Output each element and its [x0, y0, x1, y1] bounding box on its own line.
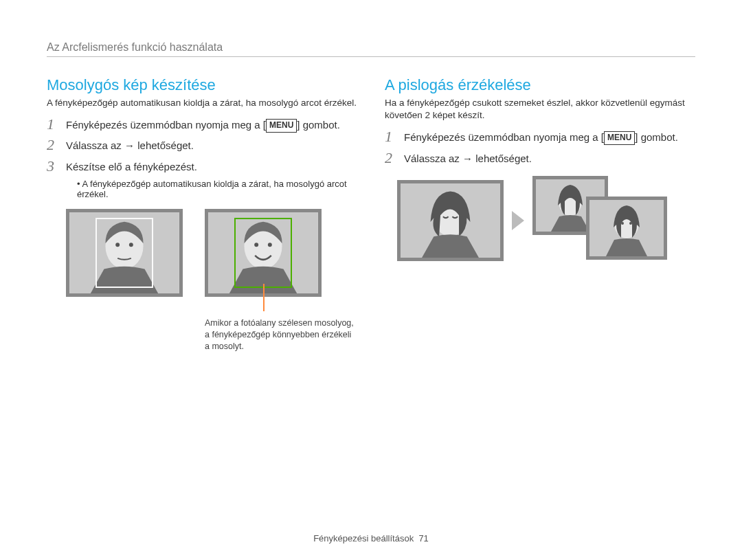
- page-footer: Fényképezési beállítások 71: [0, 533, 742, 544]
- step-text: Fényképezés üzemmódban nyomja meg a [MEN…: [404, 128, 678, 145]
- step-number: 2: [385, 150, 404, 166]
- footer-label: Fényképezési beállítások: [313, 533, 414, 544]
- steps-smile: 1 Fényképezés üzemmódban nyomja meg a [M…: [47, 116, 357, 175]
- step-number: 2: [47, 137, 66, 153]
- step-text: Fényképezés üzemmódban nyomja meg a [MEN…: [66, 116, 340, 133]
- step-text: Készítse elő a fényképezést.: [66, 158, 197, 175]
- left-column: Mosolygós kép készítése A fényképezőgép …: [47, 76, 357, 352]
- shot-two: [586, 197, 667, 260]
- step-number: 3: [47, 158, 66, 175]
- menu-icon: MENU: [266, 119, 297, 132]
- intro-blink: Ha a fényképezőgép csukott szemeket észl…: [385, 97, 695, 122]
- steps-blink: 1 Fényképezés üzemmódban nyomja meg a [M…: [385, 128, 695, 166]
- arrow-right-icon: [512, 211, 524, 230]
- step-text: Válassza az → lehetőséget.: [404, 150, 532, 166]
- smile-preview-row: [66, 209, 357, 297]
- step-number: 1: [385, 128, 404, 145]
- callout-line-icon: [263, 284, 265, 311]
- preview-eyes-closed: [397, 180, 504, 261]
- svg-point-15: [629, 222, 632, 225]
- section-title-smile: Mosolygós kép készítése: [47, 76, 357, 94]
- intro-smile: A fényképezőgép automatikusan kioldja a …: [47, 97, 357, 109]
- menu-icon: MENU: [604, 131, 635, 144]
- detection-box-green-icon: [234, 218, 292, 288]
- step-text: Válassza az → lehetőséget.: [66, 137, 194, 153]
- preview-two-shots: [532, 176, 670, 265]
- callout-smile: Amikor a fotóalany szélesen mosolyog, a …: [205, 317, 356, 352]
- right-column: A pislogás érzékelése Ha a fényképezőgép…: [385, 76, 695, 352]
- breadcrumb: Az Arcfelismerés funkció használata: [47, 41, 695, 57]
- section-title-blink: A pislogás érzékelése: [385, 76, 695, 94]
- svg-point-14: [621, 222, 624, 225]
- detection-box-icon: [95, 218, 153, 288]
- blink-preview-row: [397, 176, 695, 265]
- sub-bullet: A fényképezőgép automatikusan kioldja a …: [77, 179, 357, 199]
- preview-neutral-face: [66, 209, 183, 297]
- page-number: 71: [418, 533, 428, 544]
- step-number: 1: [47, 116, 66, 133]
- preview-smiling-face: [205, 209, 322, 297]
